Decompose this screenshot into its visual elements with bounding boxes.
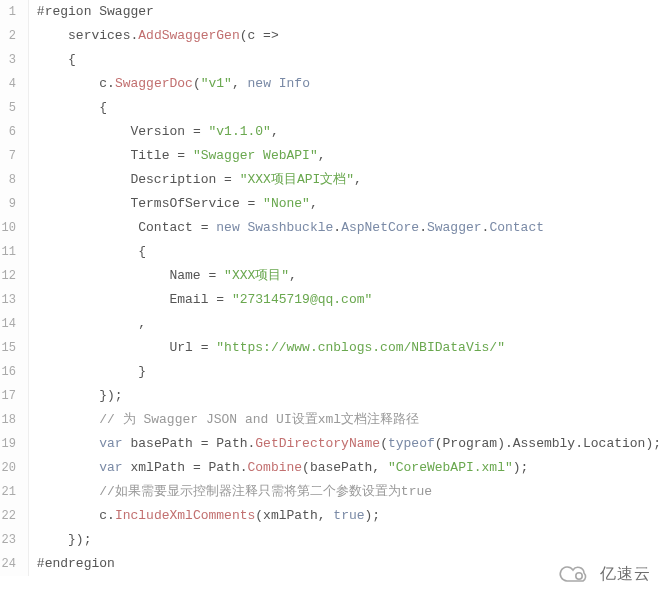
token: c <box>37 508 107 523</box>
token: = <box>193 124 209 139</box>
token: , <box>232 76 248 91</box>
line-number: 2 <box>0 24 28 48</box>
line-content: Url = "https://www.cnblogs.com/NBIDataVi… <box>28 336 661 360</box>
token: "CoreWebAPI.xml" <box>388 460 513 475</box>
cloud-icon <box>556 562 594 576</box>
token: Description <box>37 172 224 187</box>
code-line: 1#region Swagger <box>0 0 661 24</box>
token: new <box>216 220 239 235</box>
token: IncludeXmlComments <box>115 508 255 523</box>
token: services <box>37 28 131 43</box>
token: , <box>37 316 146 331</box>
line-number: 6 <box>0 120 28 144</box>
token: . <box>107 76 115 91</box>
token: . <box>419 220 427 235</box>
line-number: 10 <box>0 216 28 240</box>
code-line: 16 } <box>0 360 661 384</box>
token: (c <box>240 28 263 43</box>
code-line: 20 var xmlPath = Path.Combine(basePath, … <box>0 456 661 480</box>
line-content: { <box>28 48 661 72</box>
token: }); <box>37 532 92 547</box>
token: var <box>99 436 122 451</box>
code-line: 18 // 为 Swagger JSON and UI设置xml文档注释路径 <box>0 408 661 432</box>
line-content: services.AddSwaggerGen(c => <box>28 24 661 48</box>
token: = <box>208 268 224 283</box>
token: Email <box>37 292 216 307</box>
svg-point-0 <box>576 573 582 576</box>
token: var <box>99 460 122 475</box>
token: Name <box>37 268 209 283</box>
line-content: var basePath = Path.GetDirectoryName(typ… <box>28 432 661 456</box>
token: ); <box>365 508 381 523</box>
code-line: 13 Email = "273145719@qq.com" <box>0 288 661 312</box>
watermark-text: 亿速云 <box>600 564 651 577</box>
token: "Swagger WebAPI" <box>193 148 318 163</box>
line-number: 11 <box>0 240 28 264</box>
code-line: 22 c.IncludeXmlComments(xmlPath, true); <box>0 504 661 528</box>
code-line: 14 , <box>0 312 661 336</box>
line-number: 18 <box>0 408 28 432</box>
token: AspNetCore <box>341 220 419 235</box>
token: "v1.1.0" <box>208 124 270 139</box>
token: "None" <box>263 196 310 211</box>
token: Info <box>279 76 310 91</box>
token: GetDirectoryName <box>255 436 380 451</box>
code-line: 4 c.SwaggerDoc("v1", new Info <box>0 72 661 96</box>
token: ( <box>193 76 201 91</box>
line-number: 12 <box>0 264 28 288</box>
line-content: c.IncludeXmlComments(xmlPath, true); <box>28 504 661 528</box>
line-number: 13 <box>0 288 28 312</box>
token: Swashbuckle <box>248 220 334 235</box>
token <box>271 76 279 91</box>
token: { <box>37 100 107 115</box>
code-line: 12 Name = "XXX项目", <box>0 264 661 288</box>
token: AddSwaggerGen <box>138 28 239 43</box>
line-number: 22 <box>0 504 28 528</box>
token: = <box>216 292 232 307</box>
line-number: 24 <box>0 552 28 576</box>
line-number: 8 <box>0 168 28 192</box>
token: Contact <box>37 220 201 235</box>
code-line: 11 { <box>0 240 661 264</box>
line-content: , <box>28 312 661 336</box>
code-line: 10 Contact = new Swashbuckle.AspNetCore.… <box>0 216 661 240</box>
line-number: 15 <box>0 336 28 360</box>
token: #endregion <box>37 556 115 571</box>
line-content: c.SwaggerDoc("v1", new Info <box>28 72 661 96</box>
token <box>37 412 99 427</box>
line-number: 16 <box>0 360 28 384</box>
token: { <box>37 52 76 67</box>
token: = Path. <box>193 460 248 475</box>
line-content: }); <box>28 528 661 552</box>
code-line: 3 { <box>0 48 661 72</box>
token: , <box>289 268 297 283</box>
token: c <box>37 76 107 91</box>
token: = <box>177 148 193 163</box>
line-number: 7 <box>0 144 28 168</box>
token: true <box>333 508 364 523</box>
line-number: 5 <box>0 96 28 120</box>
line-content: // 为 Swagger JSON and UI设置xml文档注释路径 <box>28 408 661 432</box>
line-content: }); <box>28 384 661 408</box>
token <box>37 436 99 451</box>
token: #region <box>37 4 92 19</box>
token: TermsOfService <box>37 196 248 211</box>
token: Contact <box>489 220 544 235</box>
token: } <box>37 364 146 379</box>
line-number: 3 <box>0 48 28 72</box>
line-number: 17 <box>0 384 28 408</box>
token: //如果需要显示控制器注释只需将第二个参数设置为true <box>99 484 432 499</box>
token: // 为 Swagger JSON and UI设置xml文档注释路径 <box>99 412 419 427</box>
token: Swagger <box>91 4 153 19</box>
token: typeof <box>388 436 435 451</box>
line-content: #region Swagger <box>28 0 661 24</box>
token: (Program).Assembly.Location); <box>435 436 661 451</box>
line-content: Name = "XXX项目", <box>28 264 661 288</box>
token: Combine <box>248 460 303 475</box>
token: Swagger <box>427 220 482 235</box>
line-content: Title = "Swagger WebAPI", <box>28 144 661 168</box>
token: . <box>107 508 115 523</box>
code-line: 7 Title = "Swagger WebAPI", <box>0 144 661 168</box>
token: , <box>318 148 326 163</box>
code-line: 8 Description = "XXX项目API文档", <box>0 168 661 192</box>
